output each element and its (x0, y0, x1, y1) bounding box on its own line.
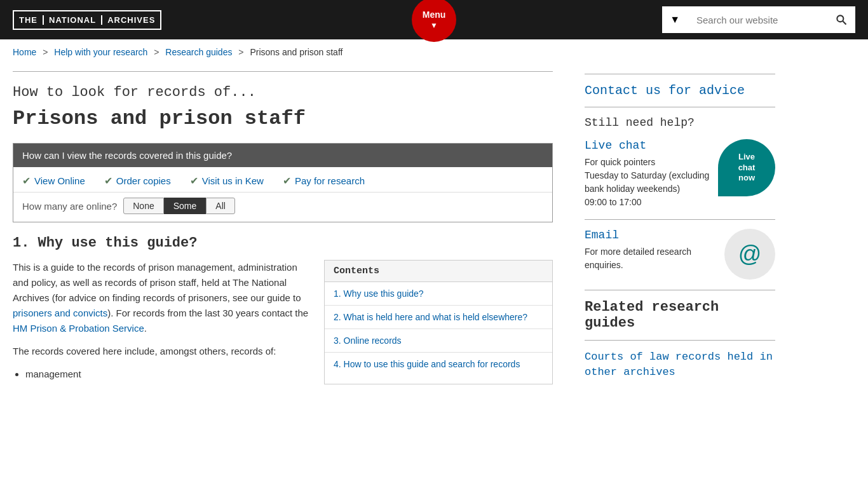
breadcrumb-home[interactable]: Home (13, 47, 36, 57)
contents-item-1: 1. Why use this guide? (325, 282, 552, 306)
live-chat-link[interactable]: Live chat (585, 139, 712, 152)
sidebar-divider-2 (585, 219, 775, 220)
online-opt-some[interactable]: Some (164, 198, 207, 214)
email-section: Email For more detailed research enquiri… (585, 229, 775, 280)
menu-button[interactable]: Menu ▼ (412, 0, 456, 42)
link-prisoners-convicts[interactable]: prisoners and convicts (13, 308, 107, 318)
menu-label: Menu (423, 10, 446, 20)
live-chat-desc-2: Tuesday to Saturday (excluding bank holi… (585, 170, 709, 194)
breadcrumb: Home > Help with your research > Researc… (0, 39, 868, 65)
sidebar: Contact us for advice Still need help? L… (572, 65, 775, 395)
option-order-copies-label: Order copies (116, 175, 171, 186)
search-input[interactable] (688, 6, 827, 33)
breadcrumb-sep-2: > (154, 47, 159, 57)
option-visit-kew-label: Visit us in Kew (202, 175, 264, 186)
option-pay-research-label: Pay for research (295, 175, 365, 186)
guide-box-options: ✔ View Online ✔ Order copies ✔ Visit us … (13, 167, 552, 192)
check-icon-view: ✔ (22, 175, 31, 187)
live-chat-bubble-line1: Live (738, 152, 755, 163)
breadcrumb-guides[interactable]: Research guides (165, 47, 232, 57)
guide-box-header: How can I view the records covered in th… (13, 144, 552, 167)
live-chat-section: Live chat For quick pointers Tuesday to … (585, 139, 775, 209)
logo-text: THE NATIONAL ARCHIVES (13, 10, 161, 30)
check-icon-order: ✔ (104, 175, 112, 187)
option-pay-research[interactable]: ✔ Pay for research (283, 175, 365, 187)
contents-link-2[interactable]: 2. What is held here and what is held el… (325, 306, 552, 329)
email-link[interactable]: Email (585, 229, 718, 241)
breadcrumb-sep-3: > (238, 47, 243, 57)
option-view-online[interactable]: ✔ View Online (22, 175, 85, 187)
logo-part-archives: ARCHIVES (102, 15, 160, 25)
search-dropdown-button[interactable]: ▼ (662, 6, 688, 33)
live-chat-desc: For quick pointers Tuesday to Saturday (… (585, 156, 712, 209)
logo-part-the: THE (14, 15, 44, 25)
main-wrapper: How to look for records of... Prisons an… (0, 65, 868, 395)
breadcrumb-current: Prisons and prison staff (250, 47, 342, 57)
section1-title: 1. Why use this guide? (13, 235, 553, 251)
contents-item-4: 4. How to use this guide and search for … (325, 353, 552, 376)
still-help-label: Still need help? (585, 116, 775, 129)
site-header: THE NATIONAL ARCHIVES Menu ▼ ▼ (0, 0, 868, 39)
live-chat-desc-1: For quick pointers (585, 157, 655, 167)
logo-part-national: NATIONAL (44, 15, 102, 25)
list-item-management: management (25, 367, 311, 382)
email-desc: For more detailed research enquiries. (585, 245, 718, 272)
menu-chevron-icon: ▼ (430, 21, 438, 30)
contents-list: 1. Why use this guide? 2. What is held h… (325, 282, 552, 376)
contents-box: Contents 1. Why use this guide? 2. What … (324, 260, 553, 384)
search-container: ▼ (662, 6, 855, 33)
check-icon-pay: ✔ (283, 175, 291, 187)
check-icon-visit: ✔ (190, 175, 198, 187)
section1-para2: The records covered here include, amongs… (13, 344, 311, 359)
contents-link-4[interactable]: 4. How to use this guide and search for … (325, 353, 552, 376)
contents-header: Contents (325, 261, 552, 282)
svg-line-1 (843, 21, 846, 24)
live-chat-desc-3: 09:00 to 17:00 (585, 197, 642, 207)
contents-item-2: 2. What is held here and what is held el… (325, 306, 552, 329)
content-flex: This is a guide to the records of prison… (13, 260, 553, 384)
search-icon (835, 13, 848, 26)
related-title: Related research guides (585, 299, 775, 331)
option-order-copies[interactable]: ✔ Order copies (104, 175, 171, 187)
page-title: Prisons and prison staff (13, 107, 553, 130)
how-to-label: How to look for records of... (13, 85, 553, 100)
email-text: Email For more detailed research enquiri… (585, 229, 718, 272)
live-chat-bubble[interactable]: Live chat now (718, 139, 775, 196)
email-icon: @ (724, 229, 775, 280)
online-opt-none[interactable]: None (123, 198, 163, 214)
section1-text: This is a guide to the records of prison… (13, 260, 311, 384)
live-chat-bubble-line2: chat (738, 163, 756, 173)
option-visit-kew[interactable]: ✔ Visit us in Kew (190, 175, 264, 187)
breadcrumb-sep-1: > (43, 47, 48, 57)
sidebar-divider-1 (585, 107, 775, 107)
online-options: None Some All (123, 198, 235, 214)
sidebar-divider-4 (585, 340, 775, 341)
contents-link-3[interactable]: 3. Online records (325, 329, 552, 352)
option-view-online-label: View Online (34, 175, 85, 186)
svg-point-0 (837, 15, 843, 22)
related-link-1[interactable]: Courts of law records held in other arch… (585, 349, 775, 380)
guide-box: How can I view the records covered in th… (13, 143, 553, 222)
sidebar-top-divider (585, 74, 775, 74)
section1-list: management (13, 367, 311, 382)
content-area: How to look for records of... Prisons an… (13, 65, 572, 395)
live-chat-text: Live chat For quick pointers Tuesday to … (585, 139, 712, 209)
contents-item-3: 3. Online records (325, 329, 552, 353)
contents-link-1[interactable]: 1. Why use this guide? (325, 282, 552, 305)
live-chat-bubble-line3: now (738, 173, 755, 184)
sidebar-divider-3 (585, 290, 775, 290)
online-label: How many are online? (22, 201, 117, 212)
guide-box-online: How many are online? None Some All (13, 192, 552, 222)
online-opt-all[interactable]: All (206, 198, 235, 214)
section1-para1: This is a guide to the records of prison… (13, 260, 311, 336)
breadcrumb-help[interactable]: Help with your research (54, 47, 147, 57)
link-hm-prison[interactable]: HM Prison & Probation Service (13, 323, 144, 334)
top-divider (13, 71, 553, 72)
logo: THE NATIONAL ARCHIVES (13, 10, 161, 30)
search-button[interactable] (827, 6, 855, 33)
contact-link[interactable]: Contact us for advice (585, 83, 775, 98)
